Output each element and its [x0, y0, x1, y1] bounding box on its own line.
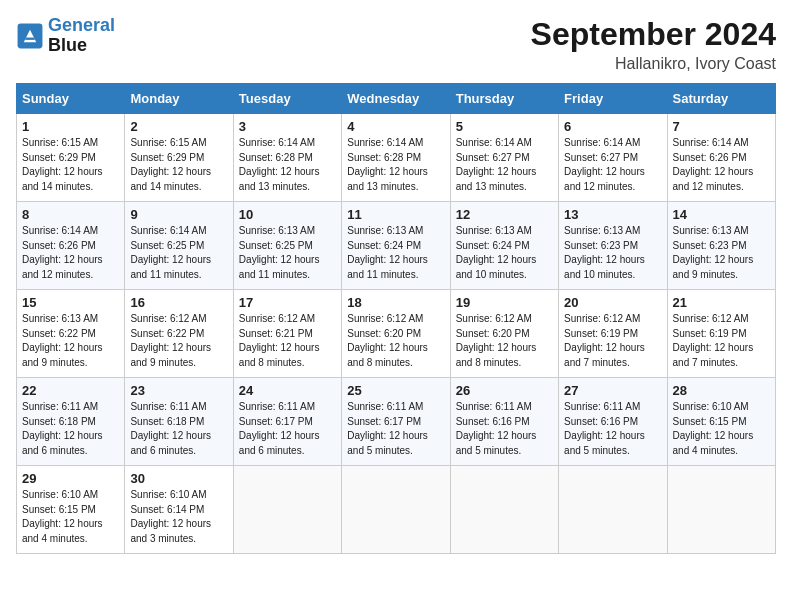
weekday-header-sunday: Sunday [17, 84, 125, 114]
calendar-cell: 24Sunrise: 6:11 AMSunset: 6:17 PMDayligh… [233, 378, 341, 466]
week-row-3: 15Sunrise: 6:13 AMSunset: 6:22 PMDayligh… [17, 290, 776, 378]
calendar-cell: 20Sunrise: 6:12 AMSunset: 6:19 PMDayligh… [559, 290, 667, 378]
day-number: 18 [347, 295, 444, 310]
day-info: Sunrise: 6:13 AMSunset: 6:23 PMDaylight:… [673, 224, 770, 282]
day-number: 14 [673, 207, 770, 222]
calendar-cell: 19Sunrise: 6:12 AMSunset: 6:20 PMDayligh… [450, 290, 558, 378]
title-area: September 2024 Hallanikro, Ivory Coast [531, 16, 776, 73]
calendar-cell: 5Sunrise: 6:14 AMSunset: 6:27 PMDaylight… [450, 114, 558, 202]
day-number: 7 [673, 119, 770, 134]
weekday-header-row: SundayMondayTuesdayWednesdayThursdayFrid… [17, 84, 776, 114]
day-info: Sunrise: 6:10 AMSunset: 6:15 PMDaylight:… [22, 488, 119, 546]
calendar-cell: 1Sunrise: 6:15 AMSunset: 6:29 PMDaylight… [17, 114, 125, 202]
weekday-header-monday: Monday [125, 84, 233, 114]
calendar: SundayMondayTuesdayWednesdayThursdayFrid… [16, 83, 776, 554]
calendar-cell [559, 466, 667, 554]
day-info: Sunrise: 6:12 AMSunset: 6:19 PMDaylight:… [673, 312, 770, 370]
calendar-cell: 22Sunrise: 6:11 AMSunset: 6:18 PMDayligh… [17, 378, 125, 466]
calendar-cell [667, 466, 775, 554]
day-number: 17 [239, 295, 336, 310]
calendar-cell: 10Sunrise: 6:13 AMSunset: 6:25 PMDayligh… [233, 202, 341, 290]
calendar-cell: 6Sunrise: 6:14 AMSunset: 6:27 PMDaylight… [559, 114, 667, 202]
day-info: Sunrise: 6:15 AMSunset: 6:29 PMDaylight:… [130, 136, 227, 194]
calendar-cell [233, 466, 341, 554]
day-number: 5 [456, 119, 553, 134]
calendar-cell: 14Sunrise: 6:13 AMSunset: 6:23 PMDayligh… [667, 202, 775, 290]
calendar-cell: 27Sunrise: 6:11 AMSunset: 6:16 PMDayligh… [559, 378, 667, 466]
day-number: 12 [456, 207, 553, 222]
calendar-cell: 30Sunrise: 6:10 AMSunset: 6:14 PMDayligh… [125, 466, 233, 554]
day-number: 28 [673, 383, 770, 398]
month-title: September 2024 [531, 16, 776, 53]
day-info: Sunrise: 6:12 AMSunset: 6:22 PMDaylight:… [130, 312, 227, 370]
day-number: 4 [347, 119, 444, 134]
day-number: 11 [347, 207, 444, 222]
calendar-cell: 8Sunrise: 6:14 AMSunset: 6:26 PMDaylight… [17, 202, 125, 290]
day-info: Sunrise: 6:10 AMSunset: 6:14 PMDaylight:… [130, 488, 227, 546]
day-number: 19 [456, 295, 553, 310]
calendar-cell [450, 466, 558, 554]
week-row-2: 8Sunrise: 6:14 AMSunset: 6:26 PMDaylight… [17, 202, 776, 290]
weekday-header-friday: Friday [559, 84, 667, 114]
day-info: Sunrise: 6:11 AMSunset: 6:18 PMDaylight:… [22, 400, 119, 458]
calendar-cell: 16Sunrise: 6:12 AMSunset: 6:22 PMDayligh… [125, 290, 233, 378]
calendar-cell: 11Sunrise: 6:13 AMSunset: 6:24 PMDayligh… [342, 202, 450, 290]
logo-icon [16, 22, 44, 50]
day-info: Sunrise: 6:11 AMSunset: 6:18 PMDaylight:… [130, 400, 227, 458]
calendar-cell: 25Sunrise: 6:11 AMSunset: 6:17 PMDayligh… [342, 378, 450, 466]
calendar-cell: 15Sunrise: 6:13 AMSunset: 6:22 PMDayligh… [17, 290, 125, 378]
day-info: Sunrise: 6:11 AMSunset: 6:16 PMDaylight:… [564, 400, 661, 458]
week-row-4: 22Sunrise: 6:11 AMSunset: 6:18 PMDayligh… [17, 378, 776, 466]
day-info: Sunrise: 6:14 AMSunset: 6:27 PMDaylight:… [456, 136, 553, 194]
calendar-cell: 29Sunrise: 6:10 AMSunset: 6:15 PMDayligh… [17, 466, 125, 554]
day-number: 22 [22, 383, 119, 398]
day-info: Sunrise: 6:14 AMSunset: 6:28 PMDaylight:… [239, 136, 336, 194]
week-row-5: 29Sunrise: 6:10 AMSunset: 6:15 PMDayligh… [17, 466, 776, 554]
day-info: Sunrise: 6:14 AMSunset: 6:25 PMDaylight:… [130, 224, 227, 282]
day-info: Sunrise: 6:12 AMSunset: 6:21 PMDaylight:… [239, 312, 336, 370]
day-number: 26 [456, 383, 553, 398]
calendar-cell: 23Sunrise: 6:11 AMSunset: 6:18 PMDayligh… [125, 378, 233, 466]
calendar-cell: 12Sunrise: 6:13 AMSunset: 6:24 PMDayligh… [450, 202, 558, 290]
day-number: 30 [130, 471, 227, 486]
day-info: Sunrise: 6:11 AMSunset: 6:17 PMDaylight:… [347, 400, 444, 458]
day-info: Sunrise: 6:12 AMSunset: 6:19 PMDaylight:… [564, 312, 661, 370]
day-number: 23 [130, 383, 227, 398]
day-number: 10 [239, 207, 336, 222]
day-number: 1 [22, 119, 119, 134]
calendar-cell: 7Sunrise: 6:14 AMSunset: 6:26 PMDaylight… [667, 114, 775, 202]
day-info: Sunrise: 6:14 AMSunset: 6:26 PMDaylight:… [22, 224, 119, 282]
day-number: 27 [564, 383, 661, 398]
day-number: 2 [130, 119, 227, 134]
day-info: Sunrise: 6:14 AMSunset: 6:27 PMDaylight:… [564, 136, 661, 194]
calendar-cell: 2Sunrise: 6:15 AMSunset: 6:29 PMDaylight… [125, 114, 233, 202]
weekday-header-saturday: Saturday [667, 84, 775, 114]
weekday-header-thursday: Thursday [450, 84, 558, 114]
logo: GeneralBlue [16, 16, 115, 56]
day-info: Sunrise: 6:13 AMSunset: 6:24 PMDaylight:… [456, 224, 553, 282]
day-number: 15 [22, 295, 119, 310]
day-info: Sunrise: 6:13 AMSunset: 6:25 PMDaylight:… [239, 224, 336, 282]
week-row-1: 1Sunrise: 6:15 AMSunset: 6:29 PMDaylight… [17, 114, 776, 202]
day-number: 29 [22, 471, 119, 486]
calendar-cell: 17Sunrise: 6:12 AMSunset: 6:21 PMDayligh… [233, 290, 341, 378]
day-number: 3 [239, 119, 336, 134]
location-title: Hallanikro, Ivory Coast [531, 55, 776, 73]
day-info: Sunrise: 6:14 AMSunset: 6:28 PMDaylight:… [347, 136, 444, 194]
day-info: Sunrise: 6:13 AMSunset: 6:23 PMDaylight:… [564, 224, 661, 282]
weekday-header-tuesday: Tuesday [233, 84, 341, 114]
day-info: Sunrise: 6:13 AMSunset: 6:24 PMDaylight:… [347, 224, 444, 282]
day-info: Sunrise: 6:11 AMSunset: 6:17 PMDaylight:… [239, 400, 336, 458]
day-number: 13 [564, 207, 661, 222]
calendar-cell: 13Sunrise: 6:13 AMSunset: 6:23 PMDayligh… [559, 202, 667, 290]
day-number: 20 [564, 295, 661, 310]
day-number: 24 [239, 383, 336, 398]
day-info: Sunrise: 6:10 AMSunset: 6:15 PMDaylight:… [673, 400, 770, 458]
header: GeneralBlue September 2024 Hallanikro, I… [16, 16, 776, 73]
day-info: Sunrise: 6:12 AMSunset: 6:20 PMDaylight:… [347, 312, 444, 370]
day-info: Sunrise: 6:12 AMSunset: 6:20 PMDaylight:… [456, 312, 553, 370]
svg-rect-2 [25, 37, 34, 39]
day-number: 25 [347, 383, 444, 398]
logo-text: GeneralBlue [48, 16, 115, 56]
day-number: 9 [130, 207, 227, 222]
